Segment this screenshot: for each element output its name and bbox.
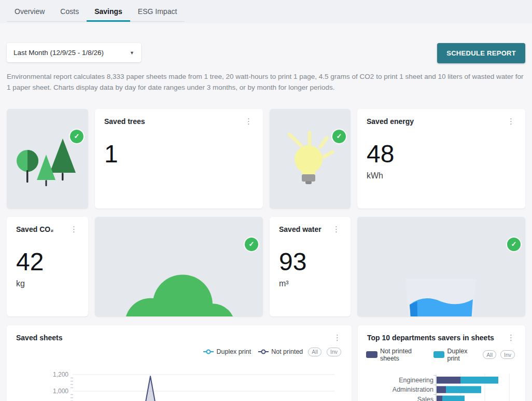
card-title: Top 10 departments savers in sheets — [367, 334, 494, 342]
tab-overview[interactable]: Overview — [7, 0, 52, 22]
card-title: Saved trees — [104, 117, 145, 126]
energy-image-card: ✓ — [270, 109, 351, 209]
svg-text:Sales: Sales — [417, 395, 433, 401]
dropdown-caret-icon: ▼ — [130, 50, 134, 56]
saved-energy-card: Saved energy ⋮ 48 kWh — [357, 109, 525, 209]
water-glass-illustration — [357, 217, 525, 316]
legend-item-duplex-print[interactable]: Duplex print — [433, 348, 479, 362]
check-badge-icon: ✓ — [245, 238, 258, 251]
card-title: Saved energy — [367, 117, 414, 126]
toolbar: Last Month (12/9/25 - 1/8/26) ▼ SCHEDULE… — [7, 43, 525, 63]
kebab-menu-icon[interactable]: ⋮ — [244, 117, 254, 125]
tab-esg-impact[interactable]: ESG Impact — [130, 0, 185, 22]
svg-text:CO: CO — [151, 312, 192, 316]
card-title: Saved water — [279, 225, 321, 233]
svg-text:Engineering: Engineering — [399, 377, 433, 384]
card-title: Saved CO₂ — [16, 225, 53, 233]
tab-list: Overview Costs Savings ESG Impact — [7, 0, 185, 22]
saved-co2-card: Saved CO₂ ⋮ 42 kg — [7, 217, 88, 316]
legend-all-button[interactable]: All — [483, 350, 496, 359]
saved-sheets-chart-card: Saved sheets ⋮ Duplex printNot printed A… — [7, 325, 352, 401]
tab-bar: Overview Costs Savings ESG Impact — [0, 0, 532, 23]
saved-energy-value: 48 — [357, 141, 525, 167]
check-badge-icon: ✓ — [507, 238, 521, 251]
legend-all-button[interactable]: All — [308, 348, 321, 356]
kebab-menu-icon[interactable]: ⋮ — [332, 334, 342, 341]
legend-item-duplex-print[interactable]: Duplex print — [203, 348, 251, 355]
report-description: Environmental report calculates 8,333 pa… — [7, 72, 525, 93]
tab-savings[interactable]: Savings — [87, 0, 130, 22]
kebab-menu-icon[interactable]: ⋮ — [506, 117, 516, 125]
lightbulb-illustration — [270, 109, 351, 209]
chart-legend: Not printed sheetsDuplex print — [366, 348, 479, 362]
saved-water-value: 93 — [270, 249, 351, 275]
saved-water-unit: m³ — [270, 279, 351, 288]
svg-text:Administration: Administration — [393, 386, 433, 393]
chart-legend: Duplex printNot printed — [203, 348, 303, 355]
saved-energy-unit: kWh — [357, 171, 525, 181]
saved-trees-value: 1 — [95, 141, 263, 167]
card-title: Saved sheets — [16, 334, 63, 342]
check-badge-icon: ✓ — [332, 130, 346, 143]
co2-image-card: CO 2 ✓ — [95, 217, 263, 316]
legend-inv-button[interactable]: Inv — [327, 348, 341, 356]
svg-text:1,200: 1,200 — [53, 371, 68, 378]
top-departments-chart-card: Top 10 departments savers in sheets ⋮ No… — [358, 325, 525, 401]
saved-water-card: Saved water ⋮ 93 m³ — [270, 217, 351, 316]
svg-text:1,000: 1,000 — [53, 388, 68, 395]
trees-illustration — [7, 109, 88, 209]
savings-dashboard: Overview Costs Savings ESG Impact Last M… — [0, 0, 532, 401]
co2-cloud-illustration: CO 2 — [95, 217, 263, 316]
schedule-report-button[interactable]: SCHEDULE REPORT — [437, 43, 525, 63]
saved-co2-unit: kg — [7, 279, 88, 288]
trees-image-card: ✓ — [7, 109, 88, 209]
date-range-select[interactable]: Last Month (12/9/25 - 1/8/26) ▼ — [7, 43, 141, 62]
legend-item-not-printed-sheets[interactable]: Not printed sheets — [366, 348, 428, 362]
kebab-menu-icon[interactable]: ⋮ — [69, 225, 79, 233]
check-badge-icon: ✓ — [70, 130, 83, 143]
charts-grid: Saved sheets ⋮ Duplex printNot printed A… — [7, 325, 525, 401]
date-range-value: Last Month (12/9/25 - 1/8/26) — [13, 49, 104, 57]
legend-item-not-printed[interactable]: Not printed — [258, 348, 303, 355]
legend-inv-button[interactable]: Inv — [500, 350, 515, 359]
kebab-menu-icon[interactable]: ⋮ — [506, 334, 516, 341]
metrics-grid: ✓ Saved trees ⋮ 1 — [7, 109, 525, 316]
saved-trees-card: Saved trees ⋮ 1 — [95, 109, 263, 209]
tab-costs[interactable]: Costs — [52, 0, 87, 22]
water-image-card: ✓ — [357, 217, 525, 316]
kebab-menu-icon[interactable]: ⋮ — [331, 225, 341, 233]
saved-co2-value: 42 — [7, 249, 88, 275]
